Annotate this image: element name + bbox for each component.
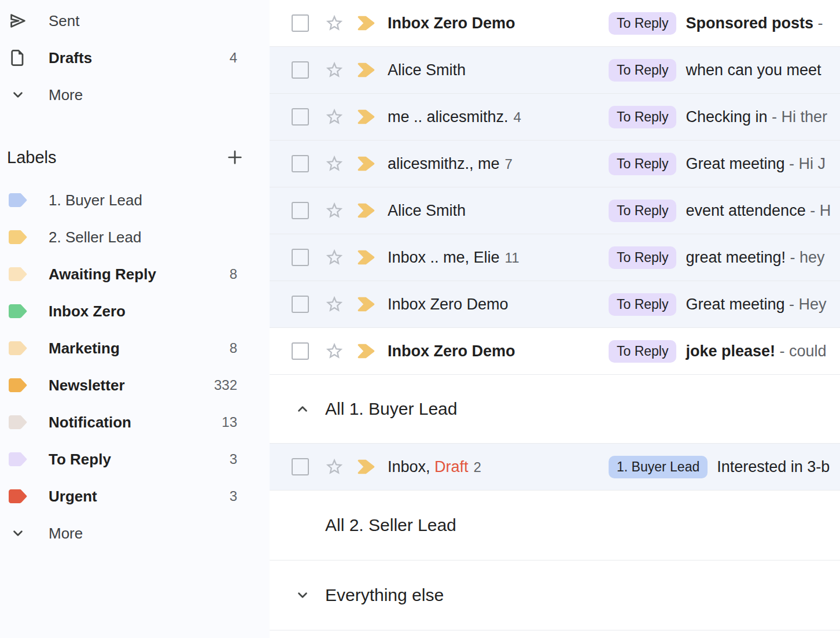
select-checkbox[interactable] bbox=[292, 342, 309, 360]
importance-marker-icon[interactable] bbox=[357, 61, 377, 79]
label-count: 8 bbox=[230, 340, 237, 356]
label-tag-icon bbox=[8, 264, 28, 284]
importance-marker-icon[interactable] bbox=[357, 108, 377, 126]
label-tag-icon bbox=[8, 301, 28, 321]
label-count: 13 bbox=[222, 414, 237, 430]
label-badge[interactable]: To Reply bbox=[609, 153, 676, 175]
email-subject: when can you meet bbox=[686, 61, 821, 79]
star-icon[interactable] bbox=[325, 248, 344, 267]
sidebar-label-urgent[interactable]: Urgent 3 bbox=[0, 478, 270, 515]
importance-marker-icon[interactable] bbox=[357, 14, 377, 32]
sidebar-label-seller-lead[interactable]: 2. Seller Lead bbox=[0, 219, 270, 256]
email-sender: Alice Smith bbox=[388, 202, 466, 219]
label-name: Awaiting Reply bbox=[49, 265, 156, 283]
label-badge[interactable]: To Reply bbox=[609, 246, 676, 269]
draft-icon bbox=[8, 48, 28, 68]
star-icon[interactable] bbox=[325, 457, 344, 477]
section-header-everything-else[interactable]: Everything else bbox=[270, 560, 840, 630]
select-checkbox[interactable] bbox=[292, 155, 309, 172]
label-badge[interactable]: To Reply bbox=[609, 200, 676, 222]
select-checkbox[interactable] bbox=[292, 202, 309, 219]
sidebar-item-more-system[interactable]: More bbox=[0, 76, 270, 113]
label-badge[interactable]: To Reply bbox=[609, 293, 676, 316]
importance-marker-icon[interactable] bbox=[357, 342, 377, 360]
email-snippet: - Hey bbox=[785, 296, 827, 314]
star-icon[interactable] bbox=[325, 60, 344, 80]
send-icon bbox=[8, 11, 28, 31]
sidebar: Sent Drafts 4 More Labels bbox=[0, 0, 270, 638]
email-row[interactable]: alicesmithz., me7 To Reply Great meeting… bbox=[270, 141, 840, 187]
create-label-button[interactable] bbox=[226, 148, 244, 167]
sidebar-label-more[interactable]: More bbox=[0, 515, 270, 552]
email-subject: Sponsored posts bbox=[686, 14, 813, 32]
chevron-down-icon[interactable] bbox=[294, 587, 311, 604]
sidebar-label-notification[interactable]: Notification 13 bbox=[0, 404, 270, 441]
label-tag-icon bbox=[8, 227, 28, 247]
importance-marker-icon[interactable] bbox=[357, 296, 377, 313]
email-subject: event attendence bbox=[686, 202, 805, 220]
email-row[interactable]: Inbox Zero Demo To Reply joke please! - … bbox=[270, 328, 840, 375]
sidebar-label-to-reply[interactable]: To Reply 3 bbox=[0, 441, 270, 478]
label-name: Urgent bbox=[49, 488, 97, 506]
star-icon[interactable] bbox=[325, 294, 344, 314]
chevron-down-icon bbox=[8, 523, 28, 543]
email-row[interactable]: Alice Smith To Reply when can you meet bbox=[270, 47, 840, 94]
email-list: Inbox Zero Demo To Reply Sponsored posts… bbox=[270, 0, 840, 638]
email-snippet: - could bbox=[775, 342, 827, 360]
label-name: Marketing bbox=[49, 340, 120, 357]
select-checkbox[interactable] bbox=[292, 14, 309, 32]
email-sender: Inbox, bbox=[388, 458, 434, 475]
chevron-up-icon[interactable] bbox=[294, 400, 311, 418]
sidebar-label-marketing[interactable]: Marketing 8 bbox=[0, 330, 270, 367]
label-name: 2. Seller Lead bbox=[49, 228, 141, 246]
email-row[interactable]: me .. alicesmithz.4 To Reply Checking in… bbox=[270, 94, 840, 141]
label-badge[interactable]: To Reply bbox=[609, 340, 676, 363]
sidebar-label-awaiting-reply[interactable]: Awaiting Reply 8 bbox=[0, 256, 270, 293]
email-row[interactable]: Inbox .. me, Elie11 To Reply great meeti… bbox=[270, 234, 840, 281]
email-subject: Checking in bbox=[686, 108, 767, 126]
sidebar-label-buyer-lead[interactable]: 1. Buyer Lead bbox=[0, 182, 270, 219]
email-snippet: - Hi J bbox=[785, 155, 826, 173]
section-header-buyer-lead[interactable]: All 1. Buyer Lead bbox=[270, 375, 840, 444]
label-count: 332 bbox=[214, 377, 237, 393]
select-checkbox[interactable] bbox=[292, 108, 309, 126]
star-icon[interactable] bbox=[325, 107, 344, 127]
sidebar-item-drafts[interactable]: Drafts 4 bbox=[0, 39, 270, 76]
star-icon[interactable] bbox=[325, 201, 344, 220]
section-title: Everything else bbox=[325, 585, 444, 605]
label-badge[interactable]: To Reply bbox=[609, 12, 676, 35]
select-checkbox[interactable] bbox=[292, 296, 309, 313]
importance-marker-icon[interactable] bbox=[357, 155, 377, 172]
importance-marker-icon[interactable] bbox=[357, 202, 377, 219]
select-checkbox[interactable] bbox=[292, 61, 309, 79]
select-checkbox[interactable] bbox=[292, 249, 309, 266]
sidebar-label-newsletter[interactable]: Newsletter 332 bbox=[0, 367, 270, 404]
label-count: 8 bbox=[230, 266, 237, 282]
section-title: All 1. Buyer Lead bbox=[325, 399, 457, 419]
importance-marker-icon[interactable] bbox=[357, 458, 377, 475]
importance-marker-icon[interactable] bbox=[357, 249, 377, 266]
section-header-seller-lead[interactable]: All 2. Seller Lead bbox=[270, 491, 840, 560]
sidebar-item-sent[interactable]: Sent bbox=[0, 2, 270, 39]
star-icon[interactable] bbox=[325, 341, 344, 361]
email-sender: Inbox Zero Demo bbox=[388, 296, 509, 313]
select-checkbox[interactable] bbox=[292, 458, 309, 475]
email-subject: Great meeting bbox=[686, 155, 784, 173]
email-snippet: - hey bbox=[786, 249, 825, 267]
label-badge[interactable]: 1. Buyer Lead bbox=[609, 456, 708, 478]
label-tag-icon bbox=[8, 486, 28, 506]
star-icon[interactable] bbox=[325, 154, 344, 174]
label-badge[interactable]: To Reply bbox=[609, 59, 676, 82]
label-name: To Reply bbox=[49, 451, 111, 469]
sidebar-item-label: Sent bbox=[49, 12, 80, 30]
email-row[interactable]: Inbox Zero Demo To Reply Great meeting -… bbox=[270, 281, 840, 328]
email-row[interactable]: Inbox Zero Demo To Reply Sponsored posts… bbox=[270, 0, 840, 47]
label-badge[interactable]: To Reply bbox=[609, 106, 676, 128]
gmail-app: Sent Drafts 4 More Labels bbox=[0, 0, 840, 638]
email-row[interactable]: Inbox, Draft2 1. Buyer Lead Interested i… bbox=[270, 444, 840, 491]
email-thread-count: 7 bbox=[505, 156, 513, 172]
email-row[interactable]: Alice Smith To Reply event attendence - … bbox=[270, 187, 840, 234]
sidebar-label-inbox-zero[interactable]: Inbox Zero bbox=[0, 293, 270, 330]
email-sender: Alice Smith bbox=[388, 61, 466, 79]
star-icon[interactable] bbox=[325, 13, 344, 33]
